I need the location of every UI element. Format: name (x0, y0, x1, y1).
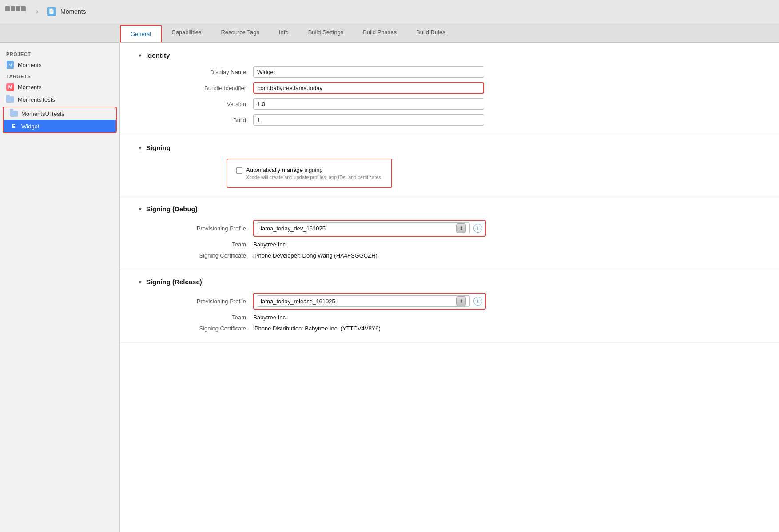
display-name-label: Display Name (164, 69, 253, 75)
moments-icon-shape: M (6, 83, 14, 91)
release-cert-value: iPhone Distribution: Babytree Inc. (YTTC… (253, 325, 381, 332)
signing-section-header: ▼ Signing (138, 144, 761, 151)
release-prov-select[interactable]: lama_today_release_161025 ⬍ (257, 295, 470, 307)
version-label: Version (164, 101, 253, 107)
signing-release-header: ▼ Signing (Release) (138, 278, 761, 286)
tab-info[interactable]: Info (269, 23, 298, 42)
debug-prov-wrapper: lama_today_dev_161025 ⬍ i (253, 220, 486, 237)
nav-back-button[interactable]: ‹ (20, 6, 31, 17)
nav-arrows: ‹ › (20, 6, 43, 17)
version-row: Version (138, 98, 761, 110)
moments-app-icon: M (6, 83, 14, 91)
sidebar: PROJECT M Moments TARGETS M Moments Mome… (0, 43, 120, 532)
sidebar-moments-label: Moments (18, 84, 41, 91)
release-prov-label: Provisioning Profile (164, 298, 253, 305)
auto-signing-box: Automatically manage signing Xcode will … (227, 159, 392, 188)
titlebar: ‹ › 📄 Moments (0, 0, 779, 23)
auto-signing-checkbox[interactable] (236, 167, 242, 174)
debug-cert-label: Signing Certificate (164, 252, 253, 259)
signing-auto-row: Automatically manage signing Xcode will … (138, 159, 761, 188)
moments-doc-shape: M (7, 61, 14, 69)
sidebar-item-moments[interactable]: M Moments (0, 81, 119, 93)
bundle-id-input[interactable] (253, 82, 484, 94)
sidebar-item-moments-project[interactable]: M Moments (0, 59, 119, 71)
signing-debug-header: ▼ Signing (Debug) (138, 205, 761, 213)
tab-resource-tags[interactable]: Resource Tags (211, 23, 269, 42)
tab-general[interactable]: General (120, 25, 162, 42)
build-label: Build (164, 117, 253, 123)
build-row: Build (138, 114, 761, 126)
display-name-input[interactable] (253, 66, 484, 78)
tab-build-settings[interactable]: Build Settings (298, 23, 354, 42)
tab-build-phases[interactable]: Build Phases (353, 23, 406, 42)
folder-shape (6, 96, 14, 103)
signing-section-title: Signing (146, 144, 171, 151)
build-input[interactable] (253, 114, 484, 126)
content-area: ▼ Identity Display Name Bundle Identifie… (120, 43, 779, 532)
sidebar-targets-label: TARGETS (0, 71, 119, 81)
release-team-row: Team Babytree Inc. (138, 314, 761, 321)
folder-shape-2 (10, 111, 18, 117)
identity-triangle-icon: ▼ (138, 53, 143, 58)
widget-extension-icon: E (10, 122, 18, 130)
bundle-id-row: Bundle Identifier (138, 82, 761, 94)
debug-prov-chevron-icon[interactable]: ⬍ (456, 223, 466, 233)
sidebar-moments-ui-tests-label: MomentsUITests (21, 111, 64, 117)
display-name-row: Display Name (138, 66, 761, 78)
debug-team-label: Team (164, 241, 253, 248)
debug-team-row: Team Babytree Inc. (138, 241, 761, 248)
bundle-id-label: Bundle Identifier (164, 85, 253, 91)
release-prov-chevron-icon[interactable]: ⬍ (456, 296, 466, 306)
main-layout: PROJECT M Moments TARGETS M Moments Mome… (0, 43, 779, 532)
debug-cert-row: Signing Certificate iPhone Developer: Do… (138, 252, 761, 259)
identity-section: ▼ Identity Display Name Bundle Identifie… (120, 43, 779, 135)
signing-release-title: Signing (Release) (146, 278, 202, 286)
release-prov-row: Provisioning Profile lama_today_release_… (138, 293, 761, 310)
signing-section: ▼ Signing Automatically manage signing X… (120, 135, 779, 197)
tabbar: General Capabilities Resource Tags Info … (0, 23, 779, 43)
debug-prov-info-button[interactable]: i (473, 224, 482, 233)
signing-debug-section: ▼ Signing (Debug) Provisioning Profile l… (120, 197, 779, 270)
identity-section-header: ▼ Identity (138, 52, 761, 59)
sidebar-item-moments-tests[interactable]: MomentsTests (0, 93, 119, 106)
sidebar-moments-project-label: Moments (18, 62, 41, 68)
extension-icon-shape: E (10, 122, 18, 130)
app-grid-icon (5, 6, 16, 17)
release-prov-value: lama_today_release_161025 (261, 298, 335, 305)
signing-triangle-icon: ▼ (138, 145, 143, 151)
debug-cert-value: iPhone Developer: Dong Wang (HA4FSGGCZH) (253, 252, 378, 259)
signing-release-triangle-icon: ▼ (138, 279, 143, 285)
sidebar-item-widget[interactable]: E Widget (4, 120, 116, 132)
moments-doc-icon: M (6, 61, 14, 69)
sidebar-project-label: PROJECT (0, 49, 119, 59)
debug-prov-row: Provisioning Profile lama_today_dev_1610… (138, 220, 761, 237)
auto-signing-label: Automatically manage signing (246, 167, 382, 173)
release-cert-row: Signing Certificate iPhone Distribution:… (138, 325, 761, 332)
debug-team-value: Babytree Inc. (253, 241, 287, 248)
debug-prov-label: Provisioning Profile (164, 225, 253, 232)
app-title: Moments (60, 8, 86, 15)
debug-prov-value: lama_today_dev_161025 (261, 225, 326, 232)
nav-forward-button[interactable]: › (32, 6, 43, 17)
signing-debug-triangle-icon: ▼ (138, 206, 143, 212)
debug-prov-select[interactable]: lama_today_dev_161025 ⬍ (257, 222, 470, 234)
moments-tests-icon (6, 95, 14, 103)
release-team-label: Team (164, 314, 253, 321)
sidebar-item-moments-ui-tests[interactable]: MomentsUITests (4, 107, 116, 120)
signing-debug-title: Signing (Debug) (146, 205, 198, 213)
release-prov-wrapper: lama_today_release_161025 ⬍ i (253, 293, 486, 310)
release-cert-label: Signing Certificate (164, 325, 253, 332)
app-doc-icon: 📄 (47, 7, 56, 16)
auto-signing-desc: Xcode will create and update profiles, a… (246, 175, 382, 180)
sidebar-moments-tests-label: MomentsTests (18, 96, 55, 103)
release-team-value: Babytree Inc. (253, 314, 287, 321)
release-prov-info-button[interactable]: i (473, 297, 482, 306)
signing-release-section: ▼ Signing (Release) Provisioning Profile… (120, 270, 779, 343)
identity-section-title: Identity (146, 52, 170, 59)
auto-signing-labels: Automatically manage signing Xcode will … (246, 167, 382, 180)
sidebar-widget-label: Widget (21, 123, 39, 130)
version-input[interactable] (253, 98, 484, 110)
tab-build-rules[interactable]: Build Rules (406, 23, 455, 42)
moments-ui-tests-icon (10, 110, 18, 118)
tab-capabilities[interactable]: Capabilities (162, 23, 211, 42)
